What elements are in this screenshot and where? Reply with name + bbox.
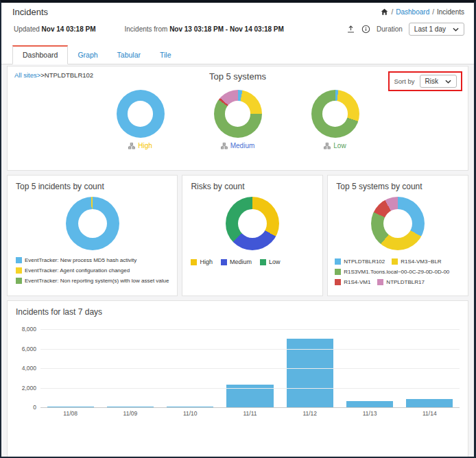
tab-graph[interactable]: Graph [68, 47, 107, 64]
sort-by-select[interactable]: Risk [420, 75, 457, 88]
low-donut-cell: Low [311, 90, 359, 149]
y-axis-tick-label: 0 [33, 404, 36, 411]
breadcrumb-current: Incidents [437, 8, 464, 16]
x-axis-tick-label: 11/11 [220, 410, 280, 417]
panel-title: Risks by count [182, 176, 322, 191]
export-icon[interactable] [346, 25, 355, 34]
low-risk-donut-chart[interactable] [311, 90, 359, 138]
legend-swatch-icon [16, 278, 22, 284]
duration-select-value: Last 1 day [414, 25, 446, 33]
legend-swatch-icon [260, 259, 266, 265]
y-axis-tick-label: 6,000 [22, 346, 36, 352]
incidents-by-count-legend: EventTracker: New process MD5 hash activ… [16, 257, 169, 284]
info-icon[interactable] [361, 25, 370, 34]
systems-by-count-donut-chart[interactable] [371, 197, 425, 250]
x-axis-tick-label: 11/12 [280, 410, 340, 417]
legend-item: EventTracker: Non reporting system(s) wi… [16, 278, 169, 284]
status-bar: Updated Nov 14 03:18 PM Incidents from N… [1, 20, 474, 41]
duration-select[interactable]: Last 1 day [409, 23, 464, 36]
breadcrumb-separator: / [391, 8, 393, 16]
sort-by-label: Sort by [394, 77, 414, 85]
tab-dashboard[interactable]: Dashboard [12, 45, 68, 64]
breadcrumb-dashboard-link[interactable]: Dashboard [396, 8, 429, 16]
y-axis-tick-label: 2,000 [22, 385, 36, 391]
incidents-bar-chart: 8,0006,0004,0002,0000 [40, 329, 460, 407]
legend-item: R1S3VM1.Toons.local~00-0C-29-0D-0D-00 [335, 269, 449, 275]
page-title: Incidents [12, 7, 48, 17]
x-axis-tick-label: 11/10 [160, 410, 220, 417]
breadcrumb-separator: / [432, 8, 434, 16]
x-axis-tick-label: 11/09 [100, 410, 160, 417]
legend-swatch-icon [335, 279, 341, 285]
medium-risk-donut-chart[interactable] [214, 90, 262, 138]
incident-count-bar[interactable] [406, 399, 453, 407]
legend-item: NTPLDTBLR17 [377, 279, 425, 285]
sort-by-highlight-box: Sort by Risk [388, 71, 462, 91]
top-5-systems-by-count-panel: Top 5 systems by count NTPLDTBLR102R1S4-… [327, 175, 468, 296]
updated-label: Updated [14, 25, 40, 33]
home-icon[interactable] [381, 8, 388, 16]
grid-line [40, 407, 460, 408]
legend-swatch-icon [16, 267, 22, 274]
incident-count-bar[interactable] [346, 401, 393, 407]
top-5-systems-panel: All sites>>NTPLDTBLR102 Top 5 systems So… [7, 66, 468, 171]
grid-line [40, 388, 460, 389]
duration-label: Duration [377, 25, 403, 33]
risks-by-count-panel: Risks by count HighMediumLow [182, 175, 323, 296]
grid-line [40, 349, 460, 350]
legend-label: R1S4-VM1 [344, 279, 370, 285]
panel-title: Top 5 incidents by count [8, 176, 177, 191]
legend-swatch-icon [221, 259, 227, 265]
legend-label: EventTracker: New process MD5 hash activ… [25, 257, 136, 263]
risks-by-count-donut-chart[interactable] [226, 197, 279, 250]
incidents-range-text: Incidents from Nov 13 03:18 PM - Nov 14 … [125, 25, 284, 33]
panel-title: Incidents for last 7 days [8, 301, 468, 317]
incidents-from-value: Nov 13 03:18 PM - Nov 14 03:18 PM [169, 25, 284, 33]
tab-tabular[interactable]: Tabular [108, 47, 150, 64]
legend-swatch-icon [191, 259, 197, 265]
tab-tile[interactable]: Tile [150, 47, 181, 64]
breadcrumb: / Dashboard / Incidents [381, 8, 464, 16]
medium-label: Medium [230, 142, 255, 149]
updated-value: Nov 14 03:18 PM [42, 25, 96, 33]
legend-label: NTPLDTBLR102 [344, 258, 385, 265]
legend-item: EventTracker: New process MD5 hash activ… [16, 257, 169, 263]
legend-swatch-icon [392, 258, 398, 265]
panel-title: Top 5 systems by count [328, 176, 468, 191]
legend-label: R1S4-VM3~BLR [401, 258, 441, 265]
updated-text: Updated Nov 14 03:18 PM [14, 25, 96, 33]
legend-swatch-icon [377, 279, 383, 285]
high-risk-donut-chart[interactable] [117, 90, 165, 138]
tab-bar: Dashboard Graph Tabular Tile [1, 41, 474, 64]
incidents-last-7-days-panel: Incidents for last 7 days 8,0006,0004,00… [7, 300, 468, 457]
legend-label: EventTracker: Non reporting system(s) wi… [25, 278, 169, 284]
incidents-by-count-donut-chart[interactable] [66, 197, 119, 250]
legend-swatch-icon [335, 258, 341, 265]
risks-by-count-legend: HighMediumLow [191, 258, 314, 265]
legend-label: Low [269, 258, 281, 265]
incidents-from-label: Incidents from [125, 25, 168, 33]
medium-donut-cell: Medium [214, 90, 262, 149]
legend-item: R1S4-VM1 [335, 279, 370, 285]
grid-line [40, 368, 460, 369]
chevron-down-icon [445, 80, 451, 84]
sort-by-select-value: Risk [425, 77, 438, 85]
x-axis-tick-label: 11/08 [40, 410, 100, 417]
chevron-down-icon [453, 27, 459, 32]
legend-label: R1S3VM1.Toons.local~00-0C-29-0D-0D-00 [344, 269, 449, 275]
page-header: Incidents / Dashboard / Incidents [1, 3, 474, 20]
low-label: Low [333, 142, 346, 149]
legend-label: NTPLDTBLR17 [386, 279, 425, 285]
legend-item: Low [260, 258, 281, 265]
y-axis-tick-label: 8,000 [22, 326, 36, 333]
grid-line [40, 329, 460, 330]
legend-item: NTPLDTBLR102 [335, 258, 385, 265]
x-axis-tick-label: 11/13 [340, 410, 399, 417]
legend-item: R1S4-VM3~BLR [392, 258, 441, 265]
y-axis-tick-label: 4,000 [22, 365, 36, 372]
legend-item: Medium [221, 258, 252, 265]
legend-item: High [191, 258, 213, 265]
x-axis-labels: 11/0811/0911/1011/1111/1211/1311/14 [40, 410, 460, 417]
x-axis-tick-label: 11/14 [400, 410, 460, 417]
top-5-incidents-by-count-panel: Top 5 incidents by count EventTracker: N… [7, 175, 178, 296]
